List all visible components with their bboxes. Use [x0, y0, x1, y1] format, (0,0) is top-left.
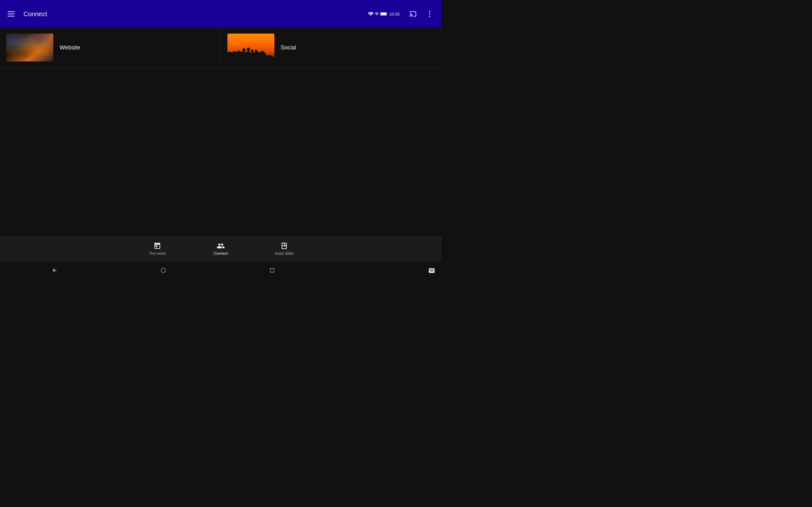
bible-icon	[280, 242, 288, 250]
social-thumbnail	[227, 34, 274, 61]
page-title: Connect	[23, 10, 47, 18]
svg-rect-17	[253, 54, 256, 55]
bottom-nav: This week Connect Audio Bible	[0, 236, 442, 262]
svg-rect-2	[381, 13, 386, 15]
menu-row: Website	[0, 28, 442, 67]
app-bar: Connect 10:26	[0, 0, 442, 28]
nav-this-week[interactable]: This week	[125, 239, 189, 258]
battery-icon	[380, 12, 387, 16]
hamburger-icon[interactable]	[5, 9, 17, 19]
svg-rect-14	[227, 58, 274, 61]
family-silhouette	[227, 34, 274, 61]
website-thumbnail-image	[6, 34, 53, 61]
audio-bible-label: Audio Bible	[275, 251, 294, 256]
home-icon	[161, 268, 166, 273]
signal-icon	[374, 12, 379, 16]
cast-button[interactable]	[406, 7, 420, 21]
system-nav-bar	[0, 262, 442, 279]
more-options-icon	[429, 10, 430, 17]
this-week-label: This week	[149, 251, 166, 256]
svg-point-4	[429, 13, 430, 14]
back-icon	[52, 268, 57, 273]
social-menu-item[interactable]: Social	[221, 28, 442, 67]
cast-icon	[409, 10, 416, 17]
recent-icon	[270, 268, 274, 273]
app-bar-right: 10:26	[368, 7, 437, 21]
nav-audio-bible[interactable]: Audio Bible	[252, 239, 316, 258]
svg-rect-9	[247, 51, 250, 58]
website-thumbnail	[6, 34, 53, 61]
keyboard-button[interactable]	[326, 262, 442, 279]
svg-rect-13	[255, 53, 257, 58]
back-button[interactable]	[0, 262, 109, 279]
nav-connect[interactable]: Connect	[189, 239, 252, 258]
website-label: Website	[60, 44, 80, 51]
wifi-icon	[368, 12, 373, 16]
keyboard-icon	[428, 268, 435, 273]
svg-point-5	[429, 16, 430, 17]
svg-rect-15	[245, 53, 249, 54]
people-icon	[217, 242, 225, 250]
svg-rect-1	[387, 13, 387, 15]
home-button[interactable]	[109, 262, 217, 279]
svg-point-10	[251, 49, 253, 53]
social-thumbnail-image	[227, 34, 274, 61]
app-bar-left: Connect	[5, 9, 47, 19]
svg-point-3	[429, 11, 430, 12]
connect-label: Connect	[214, 251, 228, 256]
svg-point-8	[247, 48, 250, 51]
website-menu-item[interactable]: Website	[0, 28, 221, 67]
calendar-icon	[153, 242, 161, 250]
status-bar: 10:26	[368, 12, 403, 16]
status-time: 10:26	[389, 12, 400, 16]
status-icons	[368, 12, 387, 16]
svg-point-12	[255, 50, 257, 53]
svg-rect-7	[243, 52, 245, 58]
recent-button[interactable]	[217, 262, 326, 279]
content-area: Website	[0, 28, 442, 244]
svg-rect-16	[250, 53, 253, 54]
social-label: Social	[281, 44, 296, 51]
svg-point-6	[242, 48, 246, 52]
more-options-button[interactable]	[422, 7, 437, 21]
